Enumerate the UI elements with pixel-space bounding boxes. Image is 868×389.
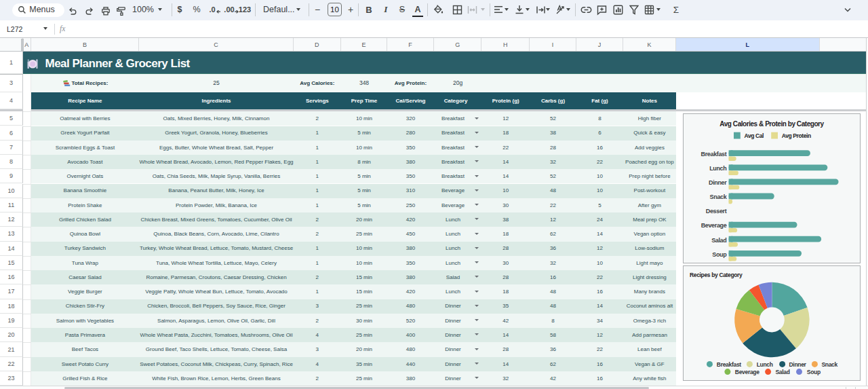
svg-text:Snack: Snack	[821, 361, 837, 368]
svg-text:Dinner: Dinner	[709, 179, 727, 186]
svg-text:Snack: Snack	[710, 193, 728, 200]
svg-text:Dinner: Dinner	[789, 361, 807, 368]
svg-text:Lunch: Lunch	[709, 165, 726, 172]
svg-text:Lunch: Lunch	[757, 361, 773, 368]
svg-text:Dessert: Dessert	[706, 208, 727, 215]
svg-text:Avg Calories & Protein by Cate: Avg Calories & Protein by Category	[719, 119, 824, 127]
svg-text:Avg Cal: Avg Cal	[745, 132, 764, 139]
svg-text:Soup: Soup	[807, 369, 821, 375]
svg-text:Breakfast: Breakfast	[701, 151, 727, 158]
svg-text:Beverage: Beverage	[735, 369, 760, 375]
svg-text:Soup: Soup	[712, 251, 727, 257]
svg-text:Breakfast: Breakfast	[717, 361, 742, 368]
svg-text:Salad: Salad	[711, 236, 726, 243]
svg-text:Beverage: Beverage	[701, 222, 727, 229]
svg-text:Avg Protein: Avg Protein	[782, 132, 811, 139]
svg-text:Recipes by Category: Recipes by Category	[690, 272, 743, 278]
svg-text:Salad: Salad	[775, 369, 789, 375]
